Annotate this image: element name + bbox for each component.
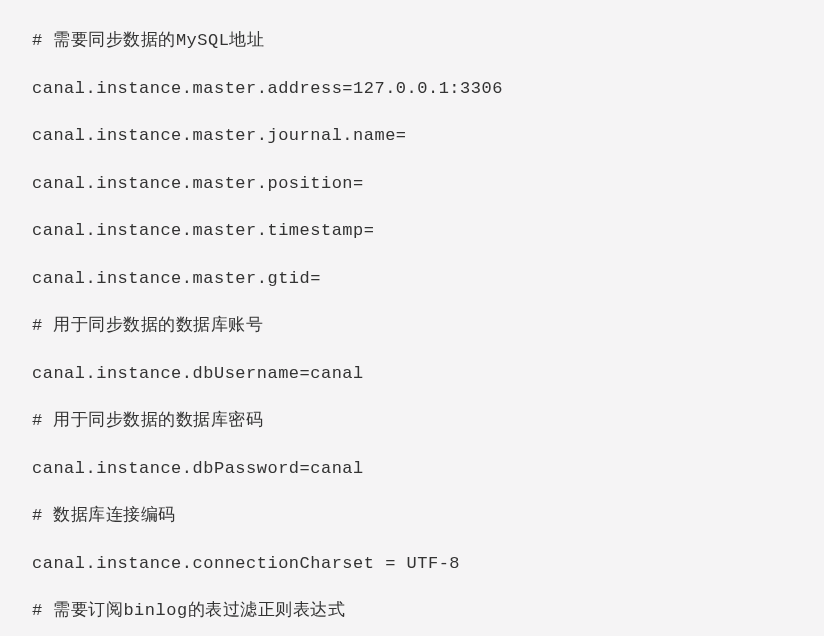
config-line: canal.instance.master.position=: [32, 171, 792, 197]
config-line: # 用于同步数据的数据库密码: [32, 408, 792, 434]
config-line: # 用于同步数据的数据库账号: [32, 313, 792, 339]
config-line: canal.instance.master.timestamp=: [32, 218, 792, 244]
config-line: # 需要同步数据的MySQL地址: [32, 28, 792, 54]
config-line: canal.instance.dbUsername=canal: [32, 361, 792, 387]
config-line: canal.instance.dbPassword=canal: [32, 456, 792, 482]
config-line: canal.instance.master.gtid=: [32, 266, 792, 292]
config-line: canal.instance.connectionCharset = UTF-8: [32, 551, 792, 577]
config-line: canal.instance.master.journal.name=: [32, 123, 792, 149]
config-line: canal.instance.master.address=127.0.0.1:…: [32, 76, 792, 102]
config-line: # 需要订阅binlog的表过滤正则表达式: [32, 598, 792, 624]
config-line: # 数据库连接编码: [32, 503, 792, 529]
